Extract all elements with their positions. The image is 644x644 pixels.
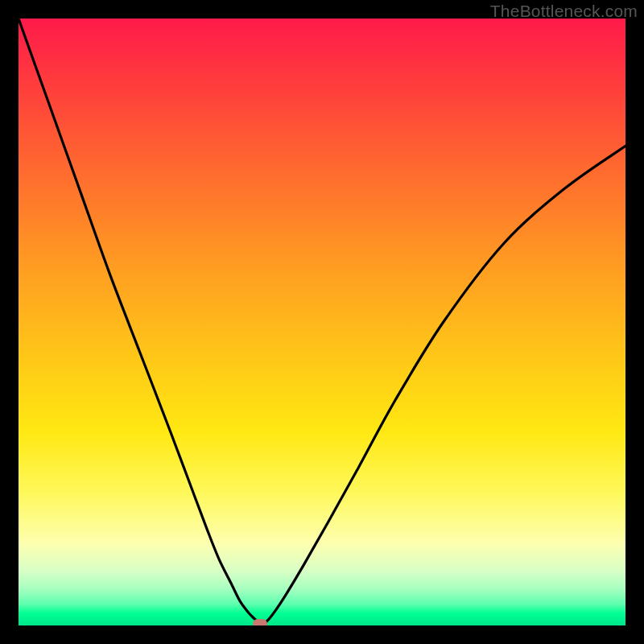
minimum-marker — [253, 619, 267, 625]
chart-container: TheBottleneck.com — [0, 0, 644, 644]
curve-svg — [19, 19, 625, 625]
plot-area — [19, 19, 625, 625]
bottleneck-curve — [19, 19, 625, 624]
watermark-text: TheBottleneck.com — [490, 2, 638, 21]
